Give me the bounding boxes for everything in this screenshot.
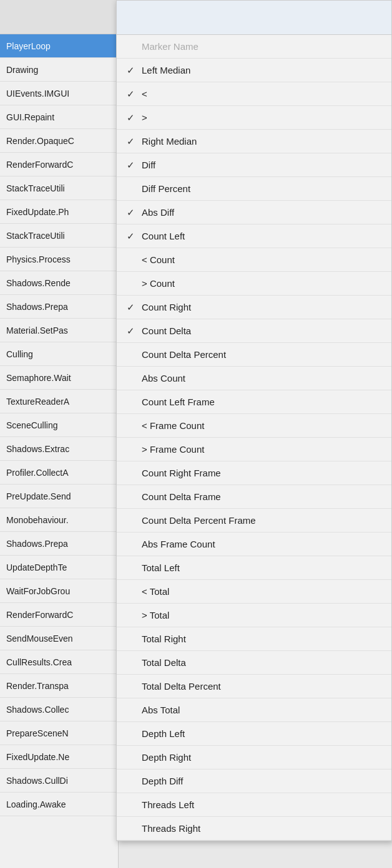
sidebar-item-27[interactable]: Render.Transpa	[0, 674, 118, 698]
checkmark-4: ✓	[127, 136, 139, 147]
dropdown-item-12[interactable]: ✓Count Delta	[117, 319, 391, 343]
dropdown-item-label-5: Diff	[142, 160, 381, 170]
sidebar-header	[0, 0, 118, 34]
dropdown-item-0: Marker Name	[117, 35, 391, 59]
dropdown-item-9[interactable]: < Count	[117, 248, 391, 272]
dropdown-item-29[interactable]: Depth Left	[117, 722, 391, 746]
checkmark-3: ✓	[127, 112, 139, 123]
dropdown-item-19[interactable]: Count Delta Frame	[117, 485, 391, 509]
sidebar-item-14[interactable]: Semaphore.Wait	[0, 366, 118, 390]
dropdown-item-label-7: Abs Diff	[142, 207, 381, 218]
sidebar-item-8[interactable]: StackTraceUtili	[0, 224, 118, 248]
dropdown-item-label-22: Total Left	[142, 562, 381, 573]
sidebar-item-17[interactable]: Shadows.Extrac	[0, 437, 118, 461]
sidebar-item-32[interactable]: Loading.Awake	[0, 793, 118, 816]
dropdown-item-label-14: Abs Count	[142, 373, 381, 383]
checkmark-5: ✓	[127, 160, 139, 171]
dropdown-item-23[interactable]: < Total	[117, 580, 391, 604]
sidebar-item-21[interactable]: Shadows.Prepa	[0, 532, 118, 556]
dropdown-item-label-20: Count Delta Percent Frame	[142, 515, 381, 526]
checkmark-12: ✓	[127, 326, 139, 337]
sidebar-item-16[interactable]: SceneCulling	[0, 413, 118, 437]
dropdown-item-label-4: Right Median	[142, 136, 381, 147]
dropdown-item-label-27: Total Delta Percent	[142, 681, 381, 692]
sidebar-item-18[interactable]: Profiler.CollectA	[0, 461, 118, 485]
dropdown-item-27[interactable]: Total Delta Percent	[117, 675, 391, 698]
dropdown-item-label-33: Threads Right	[142, 823, 381, 834]
dropdown-item-8[interactable]: ✓Count Left	[117, 224, 391, 248]
sidebar-items: PlayerLoopDrawingUIEvents.IMGUIGUI.Repai…	[0, 34, 118, 816]
dropdown-item-label-18: Count Right Frame	[142, 468, 381, 478]
sidebar-item-3[interactable]: GUI.Repaint	[0, 105, 118, 129]
dropdown-item-13[interactable]: Count Delta Percent	[117, 343, 391, 367]
dropdown-item-6[interactable]: Diff Percent	[117, 177, 391, 201]
sidebar-item-19[interactable]: PreUpdate.Send	[0, 485, 118, 508]
sidebar-item-20[interactable]: Monobehaviour.	[0, 508, 118, 532]
dropdown-item-7[interactable]: ✓Abs Diff	[117, 201, 391, 224]
dropdown-item-32[interactable]: Threads Left	[117, 793, 391, 817]
dropdown-item-5[interactable]: ✓Diff	[117, 153, 391, 177]
dropdown-item-2[interactable]: ✓<	[117, 82, 391, 106]
dropdown-panel: Marker Name✓Left Median✓<✓>✓Right Median…	[116, 0, 392, 841]
dropdown-item-label-6: Diff Percent	[142, 183, 381, 194]
sidebar-item-2[interactable]: UIEvents.IMGUI	[0, 82, 118, 105]
checkmark-2: ✓	[127, 89, 139, 100]
dropdown-item-label-11: Count Right	[142, 302, 381, 312]
dropdown-item-1[interactable]: ✓Left Median	[117, 59, 391, 82]
dropdown-item-16[interactable]: < Frame Count	[117, 414, 391, 438]
main-container: PlayerLoopDrawingUIEvents.IMGUIGUI.Repai…	[0, 0, 392, 868]
dropdown-item-26[interactable]: Total Delta	[117, 651, 391, 675]
sidebar-item-12[interactable]: Material.SetPas	[0, 319, 118, 342]
sidebar-item-7[interactable]: FixedUpdate.Ph	[0, 200, 118, 224]
sidebar-item-22[interactable]: UpdateDepthTe	[0, 556, 118, 579]
sidebar-item-10[interactable]: Shadows.Rende	[0, 271, 118, 295]
dropdown-item-14[interactable]: Abs Count	[117, 367, 391, 390]
dropdown-item-10[interactable]: > Count	[117, 272, 391, 296]
dropdown-item-label-29: Depth Left	[142, 728, 381, 739]
sidebar-item-31[interactable]: Shadows.CullDi	[0, 769, 118, 793]
dropdown-item-21[interactable]: Abs Frame Count	[117, 533, 391, 556]
dropdown-item-28[interactable]: Abs Total	[117, 698, 391, 722]
sidebar-item-23[interactable]: WaitForJobGrou	[0, 579, 118, 603]
dropdown-item-label-25: Total Right	[142, 634, 381, 644]
sidebar-item-28[interactable]: Shadows.Collec	[0, 698, 118, 721]
dropdown-item-15[interactable]: Count Left Frame	[117, 390, 391, 414]
dropdown-item-label-2: <	[142, 89, 381, 99]
dropdown-item-3[interactable]: ✓>	[117, 106, 391, 130]
sidebar-item-5[interactable]: RenderForwardC	[0, 153, 118, 176]
sidebar-item-24[interactable]: RenderForwardC	[0, 603, 118, 627]
dropdown-item-20[interactable]: Count Delta Percent Frame	[117, 509, 391, 533]
sidebar-item-15[interactable]: TextureReaderA	[0, 390, 118, 413]
dropdown-header[interactable]	[117, 1, 391, 35]
sidebar-item-29[interactable]: PrepareSceneN	[0, 721, 118, 745]
dropdown-item-22[interactable]: Total Left	[117, 556, 391, 580]
sidebar-item-26[interactable]: CullResults.Crea	[0, 650, 118, 674]
dropdown-item-4[interactable]: ✓Right Median	[117, 130, 391, 153]
dropdown-item-label-12: Count Delta	[142, 326, 381, 336]
sidebar: PlayerLoopDrawingUIEvents.IMGUIGUI.Repai…	[0, 0, 119, 868]
sidebar-item-9[interactable]: Physics.Process	[0, 248, 118, 271]
dropdown-item-label-32: Threads Left	[142, 799, 381, 810]
sidebar-item-4[interactable]: Render.OpaqueC	[0, 129, 118, 153]
dropdown-item-11[interactable]: ✓Count Right	[117, 296, 391, 319]
sidebar-item-11[interactable]: Shadows.Prepa	[0, 295, 118, 319]
sidebar-item-30[interactable]: FixedUpdate.Ne	[0, 745, 118, 769]
dropdown-item-33[interactable]: Threads Right	[117, 817, 391, 841]
dropdown-item-18[interactable]: Count Right Frame	[117, 461, 391, 485]
sidebar-item-1[interactable]: Drawing	[0, 58, 118, 82]
dropdown-item-label-0: Marker Name	[142, 41, 381, 52]
dropdown-item-30[interactable]: Depth Right	[117, 746, 391, 769]
dropdown-item-label-9: < Count	[142, 254, 381, 265]
dropdown-item-31[interactable]: Depth Diff	[117, 769, 391, 793]
dropdown-item-17[interactable]: > Frame Count	[117, 438, 391, 461]
dropdown-item-24[interactable]: > Total	[117, 604, 391, 627]
dropdown-item-25[interactable]: Total Right	[117, 627, 391, 651]
dropdown-items: Marker Name✓Left Median✓<✓>✓Right Median…	[117, 35, 391, 841]
sidebar-item-6[interactable]: StackTraceUtili	[0, 176, 118, 200]
dropdown-item-label-28: Abs Total	[142, 705, 381, 715]
sidebar-item-25[interactable]: SendMouseEven	[0, 627, 118, 650]
sidebar-item-0[interactable]: PlayerLoop	[0, 34, 118, 58]
sidebar-item-13[interactable]: Culling	[0, 342, 118, 366]
dropdown-item-label-21: Abs Frame Count	[142, 539, 381, 549]
dropdown-item-label-24: > Total	[142, 610, 381, 620]
